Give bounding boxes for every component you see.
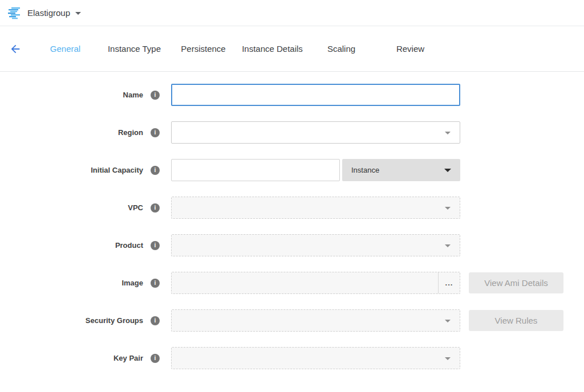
region-label: Region (118, 128, 143, 137)
chevron-down-icon (445, 207, 451, 210)
form-row-product: Product i (0, 234, 584, 256)
capacity-unit-value: Instance (351, 166, 379, 174)
region-select[interactable] (171, 121, 460, 144)
form-row-region: Region i (0, 121, 584, 144)
vpc-label: VPC (128, 203, 143, 212)
view-rules-button[interactable]: View Rules (469, 310, 563, 331)
tab-instance-details[interactable]: Instance Details (238, 44, 307, 54)
info-icon[interactable]: i (151, 354, 160, 363)
view-ami-details-button[interactable]: View Ami Details (469, 272, 563, 293)
key-pair-select (171, 347, 460, 369)
tab-persistence[interactable]: Persistence (169, 44, 238, 54)
image-input: ... (171, 272, 460, 294)
info-icon[interactable]: i (151, 91, 160, 100)
initial-capacity-label: Initial Capacity (91, 166, 143, 174)
app-header: Elastigroup (0, 0, 584, 26)
name-input[interactable] (171, 84, 460, 106)
form-row-initial-capacity: Initial Capacity i Instance (0, 159, 584, 181)
key-pair-label: Key Pair (113, 354, 143, 362)
form-row-key-pair: Key Pair i (0, 347, 584, 369)
info-icon[interactable]: i (151, 241, 160, 250)
image-value (172, 272, 438, 293)
capacity-unit-select[interactable]: Instance (342, 159, 460, 181)
info-icon[interactable]: i (151, 316, 160, 325)
back-button[interactable] (0, 43, 31, 55)
app-name[interactable]: Elastigroup (27, 8, 70, 18)
elastigroup-logo-icon (7, 6, 22, 20)
security-groups-select (171, 309, 460, 332)
image-label: Image (121, 279, 143, 287)
info-icon[interactable]: i (151, 166, 160, 175)
form-row-security-groups: Security Groups i View Rules (0, 309, 584, 332)
form-row-image: Image i ... View Ami Details (0, 272, 584, 294)
info-icon[interactable]: i (151, 128, 160, 137)
image-browse-button[interactable]: ... (438, 272, 460, 293)
security-groups-label: Security Groups (86, 316, 143, 325)
name-label: Name (123, 91, 143, 99)
initial-capacity-input[interactable] (171, 159, 340, 181)
chevron-down-icon (445, 132, 451, 134)
tab-review[interactable]: Review (376, 44, 445, 54)
chevron-down-icon (445, 320, 451, 322)
form-row-name: Name i (0, 84, 584, 106)
info-icon[interactable]: i (151, 279, 160, 288)
info-icon[interactable]: i (151, 203, 160, 213)
tab-scaling[interactable]: Scaling (307, 44, 376, 54)
tab-general[interactable]: General (31, 44, 100, 54)
back-arrow-icon (9, 43, 22, 55)
chevron-down-icon[interactable] (75, 12, 81, 15)
chevron-down-icon (445, 357, 451, 360)
chevron-down-icon (444, 169, 451, 172)
chevron-down-icon (445, 244, 451, 247)
product-label: Product (115, 241, 143, 250)
tab-instance-type[interactable]: Instance Type (100, 44, 169, 54)
vpc-select (171, 197, 460, 219)
general-form: Name i Region i Initial Capacity i Insta… (0, 72, 584, 369)
form-row-vpc: VPC i (0, 197, 584, 219)
wizard-tab-bar: General Instance Type Persistence Instan… (0, 26, 584, 72)
product-select (171, 234, 460, 256)
